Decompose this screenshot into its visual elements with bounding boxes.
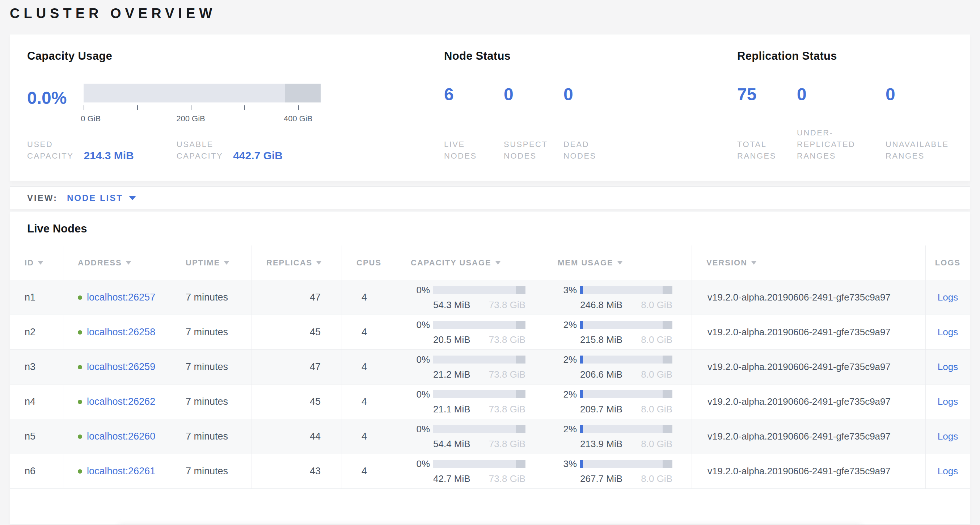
mem-usage-cell: 3% 267.7 MiB8.0 GiB — [560, 458, 672, 484]
node-address-link[interactable]: localhost:26261 — [87, 466, 155, 477]
column-header-cpus: CPUS — [342, 246, 396, 280]
logs-link[interactable]: Logs — [938, 361, 958, 373]
sort-desc-icon — [751, 261, 757, 265]
column-header-replicas[interactable]: REPLICAS — [251, 246, 342, 280]
suspect-nodes-stat: 0 SUSPECT NODES — [504, 85, 563, 162]
node-status-section: Node Status 6 LIVE NODES 0 SUSPECT NODES — [432, 34, 725, 181]
capacity-bar — [433, 286, 525, 294]
capacity-usage-cell: 0% 54.3 MiB73.8 GiB — [412, 285, 525, 311]
under-replicated-ranges-stat: 0 UNDER- REPLICATED RANGES — [797, 85, 886, 162]
capacity-bar — [433, 460, 525, 468]
node-address-link[interactable]: localhost:26262 — [87, 396, 155, 407]
node-live-status-icon — [78, 365, 82, 369]
view-dropdown-selected: NODE LIST — [67, 193, 123, 203]
logs-link[interactable]: Logs — [938, 466, 958, 477]
capacity-usage-cell: 0% 21.2 MiB73.8 GiB — [412, 354, 525, 380]
live-nodes-panel: Live Nodes ID ADDRESS UPTIME REPLICAS CP… — [10, 211, 970, 524]
node-id: n1 — [10, 280, 63, 314]
node-uptime: 7 minutes — [171, 385, 251, 419]
table-header-row: ID ADDRESS UPTIME REPLICAS CPUS CAPACITY… — [10, 246, 970, 280]
node-address-link[interactable]: localhost:26257 — [87, 292, 155, 303]
capacity-bar-reserved-segment — [285, 84, 321, 102]
capacity-usage-cell: 0% 54.4 MiB73.8 GiB — [412, 424, 525, 450]
chevron-down-icon — [129, 196, 136, 200]
total-ranges-stat: 75 TOTAL RANGES — [737, 85, 797, 162]
mem-bar — [580, 356, 672, 364]
sort-desc-icon — [224, 261, 229, 265]
live-nodes-table: ID ADDRESS UPTIME REPLICAS CPUS CAPACITY… — [10, 246, 970, 489]
node-live-status-icon — [78, 434, 82, 439]
node-version: v19.2.0-alpha.20190606-2491-gfe735c9a97 — [692, 280, 925, 314]
node-cpus: 4 — [342, 280, 396, 314]
node-replicas: 47 — [251, 280, 342, 314]
node-replicas: 47 — [251, 350, 342, 384]
capacity-usage-title: Capacity Usage — [27, 49, 417, 63]
live-nodes-title: Live Nodes — [10, 211, 970, 235]
capacity-gauge: 0.0% 0 GiB 200 GiB 400 — [27, 84, 417, 123]
node-cpus: 4 — [342, 419, 396, 454]
view-label: VIEW: — [27, 193, 57, 203]
mem-usage-cell: 3% 246.8 MiB8.0 GiB — [560, 285, 672, 311]
sort-desc-icon — [38, 261, 43, 265]
capacity-gauge-bar: 0 GiB 200 GiB 400 GiB — [84, 84, 321, 123]
node-version: v19.2.0-alpha.20190606-2491-gfe735c9a97 — [692, 419, 925, 454]
column-header-logs: LOGS — [925, 246, 970, 280]
node-address-link[interactable]: localhost:26258 — [87, 327, 155, 338]
node-id: n5 — [10, 419, 63, 454]
node-id: n6 — [10, 454, 63, 488]
logs-link[interactable]: Logs — [938, 327, 958, 338]
cluster-summary-panel: Capacity Usage 0.0% 0 GiB — [10, 34, 970, 181]
node-replicas: 44 — [251, 419, 342, 454]
node-id: n4 — [10, 385, 63, 419]
axis-label: 0 GiB — [81, 114, 100, 123]
page-title: CLUSTER OVERVIEW — [10, 5, 970, 22]
node-version: v19.2.0-alpha.20190606-2491-gfe735c9a97 — [692, 385, 925, 419]
node-live-status-icon — [78, 469, 82, 474]
sort-desc-icon — [316, 261, 322, 265]
node-uptime: 7 minutes — [171, 315, 251, 349]
mem-bar — [580, 425, 672, 433]
column-header-uptime[interactable]: UPTIME — [171, 246, 251, 280]
node-address-link[interactable]: localhost:26259 — [87, 361, 155, 373]
node-address-link[interactable]: localhost:26260 — [87, 431, 155, 442]
node-cpus: 4 — [342, 315, 396, 349]
view-dropdown[interactable]: NODE LIST — [67, 193, 136, 203]
used-capacity-stat: USED CAPACITY 214.3 MiB — [27, 139, 134, 162]
column-header-id[interactable]: ID — [10, 246, 63, 280]
live-nodes-stat: 6 LIVE NODES — [444, 85, 504, 162]
logs-link[interactable]: Logs — [938, 431, 958, 442]
usable-capacity-value: 442.7 GiB — [233, 150, 283, 162]
view-selector-bar: VIEW: NODE LIST — [10, 187, 970, 209]
column-header-version[interactable]: VERSION — [692, 246, 925, 280]
table-row: n2 localhost:26258 7 minutes 45 4 0% 20.… — [10, 314, 970, 349]
column-header-mem-usage[interactable]: MEM USAGE — [543, 246, 692, 280]
node-id: n3 — [10, 350, 63, 384]
capacity-bar — [433, 390, 525, 398]
logs-link[interactable]: Logs — [938, 292, 958, 303]
column-header-address[interactable]: ADDRESS — [63, 246, 171, 280]
replication-status-section: Replication Status 75 TOTAL RANGES 0 UND… — [725, 34, 980, 181]
node-replicas: 43 — [251, 454, 342, 488]
node-uptime: 7 minutes — [171, 350, 251, 384]
node-id: n2 — [10, 315, 63, 349]
node-uptime: 7 minutes — [171, 280, 251, 314]
capacity-bar — [433, 356, 525, 364]
axis-label: 400 GiB — [284, 114, 313, 123]
capacity-axis-labels: 0 GiB 200 GiB 400 GiB — [84, 114, 321, 123]
mem-bar — [580, 390, 672, 398]
node-uptime: 7 minutes — [171, 454, 251, 488]
node-cpus: 4 — [342, 385, 396, 419]
mem-bar — [580, 286, 672, 294]
node-replicas: 45 — [251, 315, 342, 349]
capacity-usage-section: Capacity Usage 0.0% 0 GiB — [10, 34, 432, 181]
capacity-percent: 0.0% — [27, 88, 73, 108]
replication-status-title: Replication Status — [737, 49, 967, 63]
node-version: v19.2.0-alpha.20190606-2491-gfe735c9a97 — [692, 315, 925, 349]
mem-usage-cell: 2% 213.9 MiB8.0 GiB — [560, 424, 672, 450]
axis-label: 200 GiB — [176, 114, 205, 123]
logs-link[interactable]: Logs — [938, 396, 958, 407]
column-header-capacity-usage[interactable]: CAPACITY USAGE — [396, 246, 543, 280]
dead-nodes-stat: 0 DEAD NODES — [563, 85, 623, 162]
cluster-overview-page: CLUSTER OVERVIEW Capacity Usage 0.0% — [0, 0, 980, 525]
mem-usage-cell: 2% 206.6 MiB8.0 GiB — [560, 354, 672, 380]
